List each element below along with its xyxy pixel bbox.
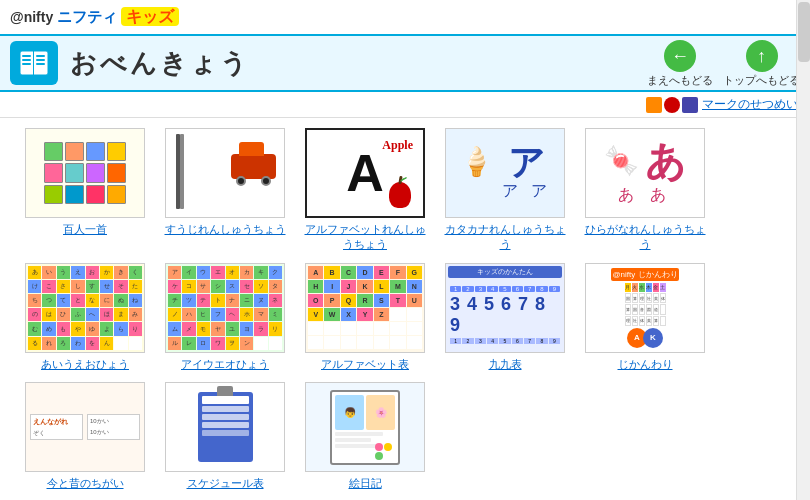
item-label: カタカナれんしゅうちょう: [440, 222, 570, 253]
item-label: すうじれんしゅうちょう: [165, 222, 286, 237]
item-grid-row1: 百人一首 すうじれんしゅうちょう A: [20, 128, 790, 253]
thumbnail: ア イ ウ エ オ カ キ ク ケ コ サ シ ス セ ソ タ チ: [165, 263, 285, 353]
bookmark-icon-3: [682, 97, 698, 113]
svg-rect-6: [36, 59, 45, 61]
item-label: ひらがなれんしゅうちょう: [580, 222, 710, 253]
nav-buttons: ← まえへもどる ↑ トップへもどる: [647, 40, 800, 88]
item-label: スケジュール表: [187, 476, 264, 491]
thumbnail: A B C D E F G H I J K L M N O P Q: [305, 263, 425, 353]
thumbnail: [25, 128, 145, 218]
item-label: アイウエオひょう: [181, 357, 269, 372]
list-item[interactable]: スケジュール表: [160, 382, 290, 491]
bookmark-icon-1: [646, 97, 662, 113]
thumbnail: 👦 🌸: [305, 382, 425, 472]
item-label: アルファベットれんしゅうちょう: [300, 222, 430, 253]
list-item[interactable]: 👦 🌸 絵日記: [300, 382, 430, 491]
bookmark-link[interactable]: マークのせつめい: [702, 96, 798, 113]
content-area: 百人一首 すうじれんしゅうちょう A: [0, 118, 810, 500]
svg-rect-4: [22, 63, 31, 65]
book-icon: [10, 41, 58, 85]
thumbnail: えんながれ ぞく 10かい 10かい: [25, 382, 145, 472]
list-item[interactable]: 百人一首: [20, 128, 150, 253]
item-label: 百人一首: [63, 222, 107, 237]
svg-rect-7: [36, 63, 45, 65]
logo-at: @nifty: [10, 9, 57, 25]
item-label: じかんわり: [618, 357, 673, 372]
list-item[interactable]: すうじれんしゅうちょう: [160, 128, 290, 253]
logo-nifty: ニフティ: [57, 8, 121, 25]
item-label: 絵日記: [349, 476, 382, 491]
svg-rect-1: [33, 51, 34, 75]
list-item[interactable]: 🍬 あ あ あ ひらがなれんしゅうちょう: [580, 128, 710, 253]
svg-rect-2: [22, 55, 31, 57]
list-item[interactable]: えんながれ ぞく 10かい 10かい 今と昔のちがい: [20, 382, 150, 491]
thumbnail: 🍬 あ あ あ: [585, 128, 705, 218]
item-grid-row3: えんながれ ぞく 10かい 10かい 今と昔のちがい: [20, 382, 790, 491]
list-item[interactable]: あ い う え お か き く け こ さ し す せ そ た ち: [20, 263, 150, 372]
top-button[interactable]: ↑ トップへもどる: [723, 40, 800, 88]
svg-rect-5: [36, 55, 45, 57]
list-item[interactable]: A B C D E F G H I J K L M N O P Q: [300, 263, 430, 372]
logo: @nifty ニフティ キッズ: [10, 7, 179, 28]
bookmark-bar: マークのせつめい: [0, 92, 810, 118]
back-label: まえへもどる: [647, 73, 713, 88]
thumbnail: @nifty じかんわり 月 火 水 木 金 土 国 算 理 社 英 体 算 国: [585, 263, 705, 353]
list-item[interactable]: A Apple アルファベットれんしゅうちょう: [300, 128, 430, 253]
list-item[interactable]: @nifty じかんわり 月 火 水 木 金 土 国 算 理 社 英 体 算 国: [580, 263, 710, 372]
item-label: 九九表: [489, 357, 522, 372]
item-label: アルファベット表: [321, 357, 409, 372]
item-grid-row2: あ い う え お か き く け こ さ し す せ そ た ち: [20, 263, 790, 372]
svg-rect-3: [22, 59, 31, 61]
page-title: おべんきょう: [70, 46, 250, 81]
thumbnail: [165, 128, 285, 218]
thumbnail: キッズのかんたん 1 2 3 4 5 6 7 8 9 3 4 5 6 7 8 9…: [445, 263, 565, 353]
list-item[interactable]: キッズのかんたん 1 2 3 4 5 6 7 8 9 3 4 5 6 7 8 9…: [440, 263, 570, 372]
item-label: 今と昔のちがい: [47, 476, 124, 491]
title-bar: おべんきょう ← まえへもどる ↑ トップへもどる: [0, 36, 810, 92]
back-button[interactable]: ← まえへもどる: [647, 40, 713, 88]
header: @nifty ニフティ キッズ: [0, 0, 810, 36]
bookmark-icon-2: [664, 97, 680, 113]
logo-kids: キッズ: [121, 7, 179, 26]
thumbnail: 🍦 ア ア ア: [445, 128, 565, 218]
thumbnail: [165, 382, 285, 472]
list-item[interactable]: ア イ ウ エ オ カ キ ク ケ コ サ シ ス セ ソ タ チ: [160, 263, 290, 372]
list-item[interactable]: 🍦 ア ア ア カタカナれんしゅうちょう: [440, 128, 570, 253]
thumbnail: あ い う え お か き く け こ さ し す せ そ た ち: [25, 263, 145, 353]
thumbnail: A Apple: [305, 128, 425, 218]
top-label: トップへもどる: [723, 73, 800, 88]
item-label: あいうえおひょう: [41, 357, 129, 372]
